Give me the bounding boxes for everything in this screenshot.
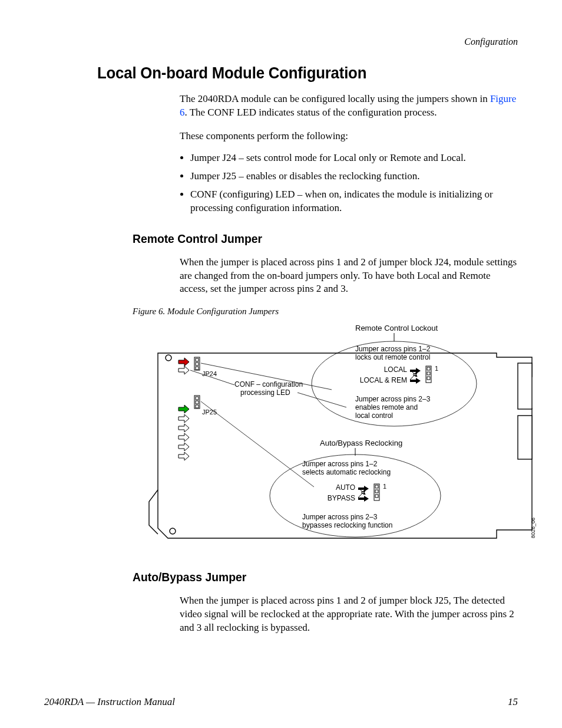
svg-rect-26 xyxy=(375,490,378,493)
svg-point-0 xyxy=(166,355,171,361)
svg-rect-25 xyxy=(375,485,378,488)
svg-rect-3 xyxy=(518,416,532,459)
footer-page-number: 15 xyxy=(508,696,518,708)
drawing-number: 8026_06 xyxy=(530,518,536,538)
svg-rect-6 xyxy=(196,363,199,365)
footer-doc-title: 2040RDA — Instruction Manual xyxy=(44,696,175,708)
remote-call-1c: Jumper across pins 2–3 xyxy=(355,395,431,403)
bypass-label: BYPASS xyxy=(328,494,355,502)
svg-rect-8 xyxy=(194,396,200,409)
intro-paragraph-2: These components perform the following: xyxy=(180,130,518,143)
svg-rect-11 xyxy=(196,405,199,408)
remote-call-1e: local control xyxy=(355,411,393,420)
auto-label: AUTO xyxy=(336,483,355,492)
intro-paragraph: The 2040RDA module can be configured loc… xyxy=(180,93,518,120)
bullet-conf-led: CONF (configuring) LED – when on, indica… xyxy=(190,188,518,215)
svg-rect-4 xyxy=(194,357,200,370)
svg-point-1 xyxy=(170,528,176,534)
svg-rect-7 xyxy=(196,367,199,370)
jp24-label: JP24 xyxy=(202,370,217,377)
local-label: LOCAL xyxy=(384,365,408,374)
component-bullet-list: Jumper J24 – sets control mode for Local… xyxy=(180,151,518,215)
auto-call-2b: selects automatic reclocking xyxy=(302,468,391,476)
remote-call-1a: Jumper across pins 1–2 xyxy=(355,345,431,353)
svg-rect-2 xyxy=(518,363,532,409)
local-rem-label: LOCAL & REM xyxy=(360,376,407,384)
conf-label-2: processing LED xyxy=(240,388,290,397)
auto-bypass-paragraph: When the jumper is placed across pins 1 … xyxy=(180,594,518,635)
svg-rect-18 xyxy=(426,366,431,383)
svg-rect-21 xyxy=(427,377,430,380)
heading-auto-bypass-jumper: Auto/Bypass Jumper xyxy=(133,570,487,584)
bullet-j24: Jumper J24 – sets control mode for Local… xyxy=(190,151,518,165)
auto-pin1: 1 xyxy=(383,483,386,490)
heading-remote-control-jumper: Remote Control Jumper xyxy=(133,232,487,246)
svg-rect-10 xyxy=(196,401,199,404)
conf-label-1: CONF – configuration xyxy=(234,380,303,388)
svg-rect-5 xyxy=(196,358,199,361)
remote-jumper-paragraph: When the jumper is placed across pins 1 … xyxy=(180,256,518,297)
svg-line-15 xyxy=(201,401,314,487)
svg-rect-24 xyxy=(374,484,379,500)
svg-line-14 xyxy=(297,393,346,407)
auto-bypass-title: Auto/Bypass Reclocking xyxy=(320,439,402,447)
auto-call-2d: bypasses reclocking function xyxy=(302,521,392,529)
bullet-j25: Jumper J25 – enables or disables the rec… xyxy=(190,170,518,183)
remote-call-1d: enables remote and xyxy=(355,403,418,411)
svg-rect-9 xyxy=(196,397,199,400)
remote-pin1: 1 xyxy=(435,365,438,372)
intro-text-pre: The 2040RDA module can be configured loc… xyxy=(180,93,490,104)
figure-6-diagram: JP24 JP25 Remote Control Lockout Jumper … xyxy=(108,319,538,554)
running-header: Configuration xyxy=(44,37,518,47)
remote-lockout-title: Remote Control Lockout xyxy=(355,324,438,332)
auto-call-2c: Jumper across pins 2–3 xyxy=(302,513,378,521)
svg-rect-19 xyxy=(427,367,430,370)
intro-text-post: . The CONF LED indicates status of the c… xyxy=(185,107,437,118)
figure-6-caption: Figure 6. Module Configuration Jumpers xyxy=(133,307,518,317)
heading-local-onboard: Local On-board Module Configuration xyxy=(97,64,484,83)
svg-rect-27 xyxy=(375,495,378,498)
svg-rect-20 xyxy=(427,372,430,375)
auto-call-2a: Jumper across pins 1–2 xyxy=(302,460,378,468)
remote-call-1b: locks out remote control xyxy=(355,353,430,361)
